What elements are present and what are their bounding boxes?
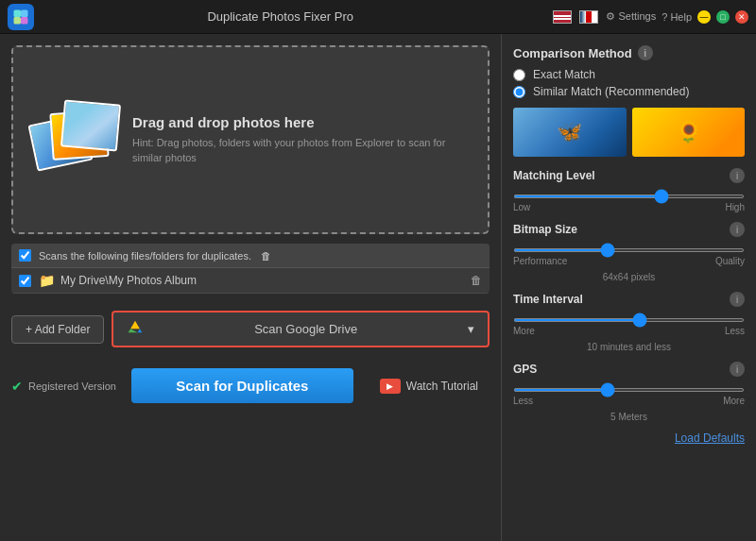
main-container: Drag and drop photos here Hint: Drag pho…	[0, 34, 756, 541]
drop-hint: Hint: Drag photos, folders with your pho…	[132, 136, 469, 165]
load-defaults-link[interactable]: Load Defaults	[513, 431, 745, 445]
google-drive-icon	[127, 319, 144, 339]
comparison-info-icon[interactable]: i	[638, 45, 653, 60]
status-icon: ✔	[11, 379, 23, 394]
left-panel: Drag and drop photos here Hint: Drag pho…	[0, 34, 501, 541]
svg-marker-6	[138, 329, 143, 332]
flag-icon[interactable]	[553, 10, 572, 24]
gps-max: More	[723, 396, 745, 406]
exact-match-label: Exact Match	[533, 68, 595, 81]
title-right-icons: ⚙ Settings ? Help — □ ✕	[553, 10, 748, 24]
folder-icon: 📁	[39, 273, 55, 288]
matching-level-min: Low	[513, 202, 530, 212]
similar-match-label: Similar Match (Recommended)	[533, 85, 689, 98]
scan-duplicates-button[interactable]: Scan for Duplicates	[131, 368, 353, 403]
bitmap-size-center: 64x64 pixels	[513, 272, 745, 282]
folder-item-checkbox[interactable]	[19, 275, 31, 287]
comparison-images	[513, 108, 745, 157]
time-interval-max: Less	[725, 326, 745, 336]
gps-min: Less	[513, 396, 533, 406]
folder-list-header-label: Scans the following files/folders for du…	[39, 250, 261, 262]
exact-match-option[interactable]: Exact Match	[513, 68, 745, 81]
bitmap-size-label: Bitmap Size	[513, 223, 577, 236]
similar-match-radio[interactable]	[513, 86, 525, 98]
matching-level-info-icon[interactable]: i	[730, 168, 745, 183]
gps-slider[interactable]	[513, 388, 745, 392]
comparison-method-title: Comparison Method i	[513, 45, 745, 60]
time-interval-section: Time Interval i More Less 10 minutes and…	[513, 292, 745, 352]
time-interval-min: More	[513, 326, 535, 336]
folder-item: 📁 My Drive\My Photos Album 🗑	[11, 268, 490, 294]
time-interval-label: Time Interval	[513, 293, 583, 306]
folder-list-checkbox[interactable]	[19, 249, 31, 262]
status-row: ✔ Registered Version	[11, 368, 116, 403]
photo-card-3	[60, 99, 121, 151]
sunflower-image	[632, 108, 746, 157]
watch-tutorial-button[interactable]: ▶ Watch Tutorial	[369, 368, 490, 403]
matching-level-section: Matching Level i Low High	[513, 168, 745, 212]
status-text: Registered Version	[28, 380, 116, 392]
matching-level-slider[interactable]	[513, 194, 745, 198]
folder-list-header: Scans the following files/folders for du…	[11, 244, 490, 268]
scan-google-drive-label: Scan Google Drive	[254, 322, 357, 336]
svg-marker-4	[130, 321, 140, 330]
matching-level-label: Matching Level	[513, 169, 595, 182]
time-interval-slider[interactable]	[513, 318, 745, 322]
bitmap-size-max: Quality	[715, 256, 745, 266]
folder-list-container: Scans the following files/folders for du…	[11, 244, 490, 294]
comparison-title-label: Comparison Method	[513, 46, 632, 60]
title-bar: Duplicate Photos Fixer Pro ⚙ Settings ? …	[0, 0, 756, 34]
lang-icon[interactable]	[579, 10, 598, 24]
add-folder-button[interactable]: + Add Folder	[11, 315, 104, 344]
gps-center: 5 Meters	[513, 412, 745, 422]
folder-list-trash-icon[interactable]: 🗑	[261, 250, 483, 262]
matching-level-max: High	[725, 202, 745, 212]
dropdown-arrow-icon: ▾	[468, 322, 474, 336]
drop-zone-photos	[32, 102, 117, 178]
bitmap-size-info-icon[interactable]: i	[730, 222, 745, 237]
youtube-icon: ▶	[380, 379, 401, 394]
comparison-method-group: Exact Match Similar Match (Recommended)	[513, 68, 745, 98]
bitmap-size-min: Performance	[513, 256, 567, 266]
minimize-button[interactable]: —	[697, 10, 711, 24]
bottom-actions: + Add Folder Scan Google Drive ▾	[11, 303, 490, 351]
drop-zone[interactable]: Drag and drop photos here Hint: Drag pho…	[11, 45, 490, 234]
gps-label: GPS	[513, 363, 537, 376]
help-link[interactable]: ? Help	[662, 11, 692, 23]
folder-item-trash-icon[interactable]: 🗑	[471, 274, 482, 287]
drop-heading: Drag and drop photos here	[132, 114, 469, 130]
maximize-button[interactable]: □	[716, 10, 730, 24]
exact-match-radio[interactable]	[513, 69, 525, 81]
app-title: Duplicate Photos Fixer Pro	[8, 9, 553, 24]
folder-name: My Drive\My Photos Album	[60, 274, 471, 287]
gps-section: GPS i Less More 5 Meters	[513, 362, 745, 422]
settings-link[interactable]: ⚙ Settings	[606, 10, 656, 23]
bitmap-size-section: Bitmap Size i Performance Quality 64x64 …	[513, 222, 745, 282]
right-panel: Comparison Method i Exact Match Similar …	[501, 34, 756, 541]
drop-text: Drag and drop photos here Hint: Drag pho…	[132, 114, 469, 165]
scan-main-row: ✔ Registered Version Scan for Duplicates…	[11, 361, 490, 407]
watch-tutorial-label: Watch Tutorial	[406, 380, 478, 393]
similar-match-option[interactable]: Similar Match (Recommended)	[513, 85, 745, 98]
time-interval-info-icon[interactable]: i	[730, 292, 745, 307]
gps-info-icon[interactable]: i	[730, 362, 745, 377]
scan-google-drive-button[interactable]: Scan Google Drive ▾	[112, 311, 490, 347]
time-interval-center: 10 minutes and less	[513, 342, 745, 352]
svg-marker-5	[129, 329, 138, 332]
bitmap-size-slider[interactable]	[513, 248, 745, 252]
butterfly-image	[513, 108, 627, 157]
close-button[interactable]: ✕	[735, 10, 748, 24]
